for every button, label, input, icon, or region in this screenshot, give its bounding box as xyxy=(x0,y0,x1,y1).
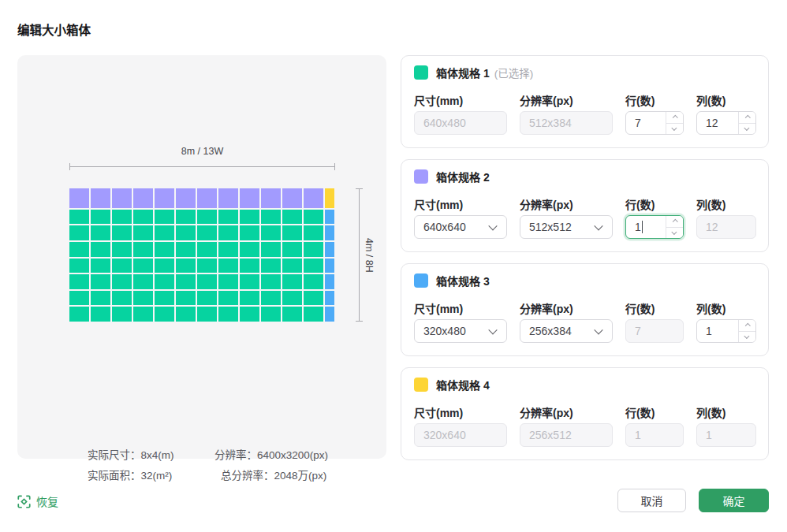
chevron-up-icon xyxy=(746,323,751,328)
cabinet-cell xyxy=(155,225,174,240)
spec1-selected-badge: (已选择) xyxy=(494,65,534,80)
rows-label: 行(数) xyxy=(625,300,684,314)
cabinet-cell xyxy=(325,274,334,289)
spec2-color-swatch xyxy=(414,169,428,184)
cabinet-cell xyxy=(91,259,110,273)
cabinet-cell xyxy=(69,210,89,225)
preview-panel: 8m / 13W 4m / 8H 实际尺寸：8x4(m) 分辨率：6400x32… xyxy=(17,55,386,459)
cabinet-cell xyxy=(176,242,196,257)
rows-label: 行(数) xyxy=(625,404,684,419)
width-dimension-line xyxy=(69,166,335,167)
spec-panel-4: 箱体规格 4 尺寸(mm) 320x640 分辨率(px) 256x512 行(… xyxy=(401,367,769,460)
increment-button[interactable] xyxy=(666,216,683,228)
cabinet-cell xyxy=(218,225,238,240)
cabinet-cell xyxy=(304,259,323,273)
cabinet-cell xyxy=(112,259,132,273)
decrement-button[interactable] xyxy=(739,124,755,135)
cabinet-cell xyxy=(304,291,323,306)
cabinet-cell xyxy=(91,307,110,322)
cabinet-cell xyxy=(91,188,110,208)
cabinet-grid xyxy=(69,188,334,322)
restore-button[interactable]: 恢复 xyxy=(17,493,58,509)
cabinet-cell xyxy=(112,210,132,225)
chevron-down-icon xyxy=(594,326,602,334)
cabinet-cell xyxy=(133,259,153,273)
chevron-down-icon xyxy=(744,333,749,338)
cabinet-cell xyxy=(112,225,132,240)
spec3-cols-input[interactable]: 1 xyxy=(696,319,756,343)
spec1-rows-input[interactable]: 7 xyxy=(625,111,684,135)
resolution-stat: 分辨率：6400x3200(px) xyxy=(214,446,328,462)
cabinet-cell xyxy=(240,242,259,257)
cabinet-cell xyxy=(325,291,334,306)
cabinet-cell xyxy=(304,307,323,322)
cancel-button[interactable]: 取消 xyxy=(617,489,686,512)
spec1-cols-input[interactable]: 12 xyxy=(696,111,756,135)
size-label: 尺寸(mm) xyxy=(414,196,507,210)
cabinet-cell xyxy=(240,291,259,306)
cabinet-cell xyxy=(282,210,302,225)
decrement-button[interactable] xyxy=(739,332,755,343)
cabinet-cell xyxy=(261,225,281,240)
spec3-color-swatch xyxy=(414,273,428,288)
increment-button[interactable] xyxy=(739,320,755,332)
width-dimension-label: 8m / 13W xyxy=(69,146,335,157)
cabinet-cell xyxy=(261,188,281,208)
cabinet-cell xyxy=(282,225,302,240)
cabinet-cell xyxy=(218,307,238,322)
chevron-up-icon xyxy=(673,115,678,120)
cabinet-cell xyxy=(197,259,217,273)
cabinet-cell xyxy=(325,188,334,208)
cabinet-cell xyxy=(240,225,259,240)
spec2-rows-input[interactable]: 1 xyxy=(625,215,684,239)
total-resolution-stat: 总分辨率：2048万(px) xyxy=(221,467,326,482)
cabinet-cell xyxy=(218,242,238,257)
cabinet-cell xyxy=(197,188,217,208)
spec-panel-3: 箱体规格 3 尺寸(mm) 320x480 分辨率(px) 256x384 行(… xyxy=(401,263,769,356)
cols-label: 列(数) xyxy=(696,300,756,314)
spec3-size-select[interactable]: 320x480 xyxy=(414,319,507,343)
increment-button[interactable] xyxy=(739,112,755,124)
chevron-down-icon xyxy=(672,125,677,130)
cabinet-cell xyxy=(155,188,174,208)
cabinet-cell xyxy=(155,307,174,322)
cabinet-cell xyxy=(155,291,174,306)
restore-label: 恢复 xyxy=(36,493,58,509)
cabinet-cell xyxy=(197,274,217,289)
cabinet-cell xyxy=(176,291,196,306)
spec-panel-2: 箱体规格 2 尺寸(mm) 640x640 分辨率(px) 512x512 行(… xyxy=(401,159,769,252)
spec3-title: 箱体规格 3 xyxy=(436,273,490,288)
size-label: 尺寸(mm) xyxy=(414,404,507,419)
cabinet-cell xyxy=(240,188,259,208)
cabinet-cell xyxy=(261,274,281,289)
cabinet-cell xyxy=(69,274,89,289)
cabinet-cell xyxy=(218,274,238,289)
cabinet-cell xyxy=(91,274,110,289)
cabinet-cell xyxy=(282,242,302,257)
increment-button[interactable] xyxy=(666,112,683,124)
cabinet-cell xyxy=(282,291,302,306)
cabinet-cell xyxy=(155,242,174,257)
cabinet-cell xyxy=(218,259,238,273)
resolution-label: 分辨率(px) xyxy=(520,92,613,106)
cabinet-cell xyxy=(69,242,89,257)
spec-panel-1: 箱体规格 1 (已选择) 尺寸(mm) 640x480 分辨率(px) 512x… xyxy=(401,55,769,148)
resolution-label: 分辨率(px) xyxy=(520,404,613,419)
height-dimension-label: 4m / 8H xyxy=(364,188,375,322)
chevron-up-icon xyxy=(746,115,751,120)
cabinet-cell xyxy=(197,210,217,225)
cabinet-cell xyxy=(133,225,153,240)
cabinet-cell xyxy=(133,307,153,322)
spec2-resolution-select[interactable]: 512x512 xyxy=(520,215,613,239)
spec3-resolution-select[interactable]: 256x384 xyxy=(520,319,613,343)
cols-label: 列(数) xyxy=(696,92,756,106)
restore-icon xyxy=(17,495,31,508)
cabinet-cell xyxy=(176,307,196,322)
rows-label: 行(数) xyxy=(625,92,684,106)
decrement-button[interactable] xyxy=(666,228,683,239)
cabinet-cell xyxy=(176,274,196,289)
confirm-button[interactable]: 确定 xyxy=(699,489,769,512)
spec2-size-select[interactable]: 640x640 xyxy=(414,215,507,239)
cabinet-cell xyxy=(282,188,302,208)
decrement-button[interactable] xyxy=(666,124,683,135)
